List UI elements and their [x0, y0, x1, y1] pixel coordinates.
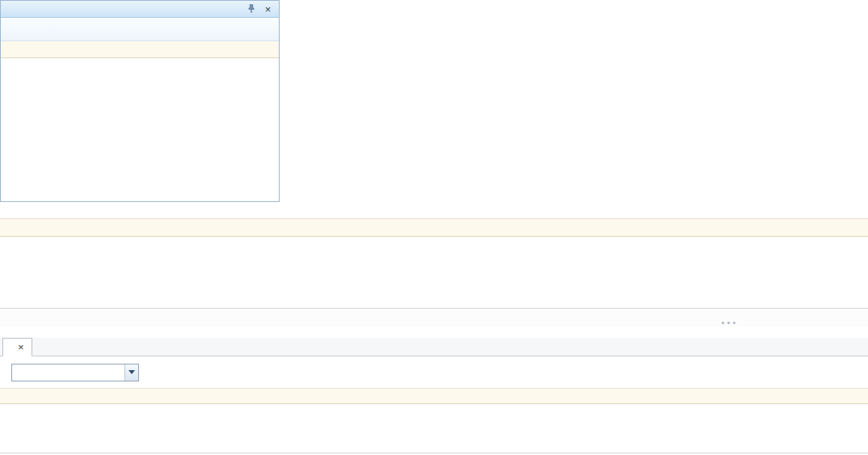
- structure-toolbar: [1, 18, 279, 41]
- grip-dot: [727, 322, 730, 324]
- documents-toolbar: [0, 356, 868, 388]
- combobox-dropdown-button[interactable]: [124, 364, 138, 381]
- tab-strip: ×: [0, 338, 868, 356]
- articles-table-header: [0, 219, 868, 237]
- chevron-down-icon: [129, 370, 135, 374]
- documents-panel: ×: [0, 338, 868, 453]
- close-icon[interactable]: ×: [261, 2, 275, 15]
- tab-close-icon[interactable]: ×: [18, 342, 24, 352]
- splitter-grip[interactable]: [722, 322, 735, 324]
- documents-table-header: [0, 388, 868, 404]
- articles-table: [0, 218, 868, 309]
- search-preset-combobox[interactable]: [11, 364, 139, 381]
- part-structure-panel: ×: [0, 0, 280, 202]
- grip-dot: [733, 322, 735, 324]
- structure-grid-header: [1, 41, 279, 58]
- result-statusbar: [0, 310, 868, 327]
- grip-dot: [722, 322, 724, 324]
- panel-titlebar: ×: [1, 1, 279, 18]
- pin-icon[interactable]: [244, 2, 258, 15]
- tab-dokumente[interactable]: ×: [2, 338, 32, 356]
